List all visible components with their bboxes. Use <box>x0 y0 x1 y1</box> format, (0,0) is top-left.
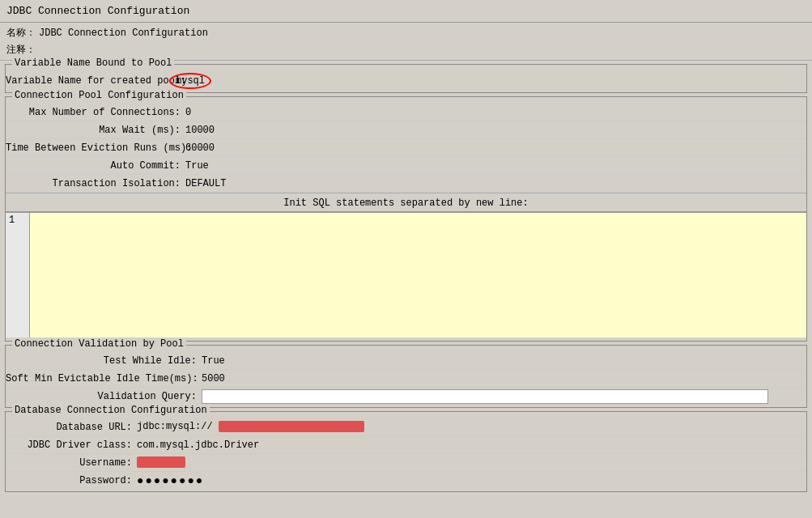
db-label-0: Database URL: <box>6 422 135 433</box>
pool-label-1: Max Wait (ms): <box>6 125 184 136</box>
db-label-3: Password: <box>6 475 135 486</box>
pool-label-2: Time Between Eviction Runs (ms): <box>6 142 184 154</box>
db-value-0: jdbc:mysql:// <box>135 421 364 432</box>
title-text: JDBC Connection Configuration <box>6 5 189 17</box>
db-url-redacted <box>219 421 364 432</box>
var-pool-value: mysql <box>168 73 211 89</box>
db-password-dots: ●●●●●●●● <box>137 474 204 487</box>
variable-section: Variable Name Bound to Pool Variable Nam… <box>5 64 807 93</box>
db-section: Database Connection Configuration Databa… <box>5 411 807 492</box>
validation-section-title: Connection Validation by Pool <box>12 338 186 350</box>
pool-label-3: Auto Commit: <box>6 160 184 172</box>
db-row-3: Password: ●●●●●●●● <box>6 472 806 490</box>
val-value-0: True <box>200 355 225 367</box>
val-value-1: 5000 <box>200 373 225 384</box>
db-row-1: JDBC Driver class: com.mysql.jdbc.Driver <box>6 436 806 454</box>
sql-input <box>30 213 806 338</box>
pool-value-1: 10000 <box>184 125 215 136</box>
db-value-1: com.mysql.jdbc.Driver <box>135 439 259 451</box>
db-value-2 <box>135 456 185 468</box>
pool-row-1: Max Wait (ms): 10000 <box>6 121 806 139</box>
val-label-0: Test While Idle: <box>6 355 200 367</box>
db-label-2: Username: <box>6 457 135 469</box>
val-value-2 <box>200 389 768 404</box>
sql-textarea[interactable] <box>30 213 806 334</box>
pool-row-2: Time Between Eviction Runs (ms): 60000 <box>6 139 806 157</box>
val-label-1: Soft Min Evictable Idle Time(ms): <box>6 373 200 384</box>
name-label: 名称： <box>6 26 36 40</box>
var-pool-label: Variable Name for created pool: <box>6 75 168 87</box>
pool-section: Connection Pool Configuration Max Number… <box>5 96 807 342</box>
mysql-oval-value: mysql <box>169 73 211 89</box>
variable-section-title: Variable Name Bound to Pool <box>12 57 174 69</box>
main-window: JDBC Connection Configuration 名称： JDBC C… <box>0 0 812 518</box>
db-value-3: ●●●●●●●● <box>135 474 204 487</box>
pool-value-0: 0 <box>184 107 191 118</box>
sql-line-1: 1 <box>9 214 15 226</box>
db-url-prefix: jdbc:mysql:// <box>137 422 213 433</box>
sql-line-numbers: 1 <box>6 213 30 338</box>
pool-value-4: DEFAULT <box>184 178 226 189</box>
pool-row-0: Max Number of Connections: 0 <box>6 104 806 121</box>
val-row-1: Soft Min Evictable Idle Time(ms): 5000 <box>6 370 806 388</box>
pool-row-4: Transaction Isolation: DEFAULT <box>6 175 806 193</box>
validation-section: Connection Validation by Pool Test While… <box>5 345 807 408</box>
val-label-2: Validation Query: <box>6 391 200 402</box>
init-sql-label: Init SQL statements separated by new lin… <box>6 195 806 212</box>
db-section-title: Database Connection Configuration <box>12 405 210 416</box>
db-row-0: Database URL: jdbc:mysql:// <box>6 418 806 436</box>
val-row-0: Test While Idle: True <box>6 352 806 370</box>
name-value: JDBC Connection Configuration <box>39 28 208 39</box>
db-row-2: Username: <box>6 454 806 472</box>
pool-value-2: 60000 <box>184 142 215 154</box>
db-username-redacted <box>137 456 185 468</box>
db-label-1: JDBC Driver class: <box>6 439 135 451</box>
validation-query-input[interactable] <box>202 389 768 404</box>
window-title: JDBC Connection Configuration <box>0 0 812 23</box>
pool-label-0: Max Number of Connections: <box>6 107 184 118</box>
pool-label-4: Transaction Isolation: <box>6 178 184 189</box>
sql-container: 1 <box>6 212 806 338</box>
val-row-2: Validation Query: <box>6 388 806 405</box>
pool-value-3: True <box>184 160 209 172</box>
pool-row-3: Auto Commit: True <box>6 157 806 175</box>
pool-section-title: Connection Pool Configuration <box>12 90 186 101</box>
comment-label: 注释： <box>6 43 36 57</box>
